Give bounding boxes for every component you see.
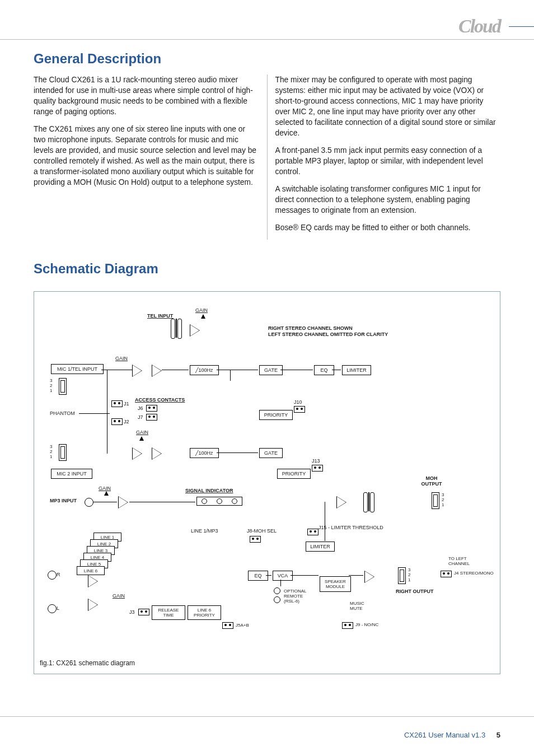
- amp-icon: [190, 324, 200, 337]
- blk-eq-out: EQ: [248, 571, 268, 581]
- jack-r: [48, 571, 57, 580]
- blk-speaker-module: SPEAKER MODULE: [320, 576, 351, 592]
- amp-icon: [152, 365, 162, 377]
- arrow-icon: [104, 491, 109, 496]
- jack-l: [48, 604, 57, 613]
- amp-icon: [132, 447, 142, 460]
- mic2-port-icon: [59, 444, 67, 461]
- lbl-mic1: MIC 1/TEL INPUT: [51, 364, 104, 374]
- amp-icon: [336, 496, 346, 508]
- figure-caption: fig.1: CX261 schematic diagram: [40, 659, 494, 667]
- footer-page: 5: [496, 731, 500, 739]
- brand-logo: Cloud: [458, 16, 500, 37]
- jumper-j10: [294, 406, 305, 413]
- knob-icon: [274, 596, 280, 603]
- gd-p4: A front-panel 3.5 mm jack input permits …: [275, 145, 501, 177]
- jumper-j7: [146, 414, 157, 421]
- rout-pins: 3 2 1: [408, 567, 410, 582]
- blk-priority-1: PRIORITY: [259, 410, 293, 420]
- blk-eq-1: EQ: [314, 365, 334, 375]
- lbl-mic2: MIC 2 INPUT: [51, 469, 92, 479]
- moh-port: [432, 492, 439, 509]
- lbl-j6: J6: [138, 405, 143, 411]
- lbl-right-out: RIGHT OUTPUT: [396, 589, 434, 594]
- lbl-j3: J3: [129, 609, 135, 615]
- blk-limiter-1: LIMITER: [342, 365, 371, 375]
- jumper-j13: [312, 465, 323, 472]
- lbl-signal-indicator: SIGNAL INDICATOR: [185, 488, 233, 493]
- blk-priority-2: PRIORITY: [277, 469, 311, 479]
- note-left-omitted: LEFT STEREO CHANNEL OMITTED FOR CLARITY: [268, 332, 388, 337]
- lbl-access: ACCESS CONTACTS: [135, 397, 185, 403]
- lbl-gain-mp3: GAIN: [99, 486, 111, 491]
- lbl-mp3: MP3 INPUT: [50, 498, 77, 503]
- lbl-moh: MOH OUTPUT: [415, 475, 448, 487]
- blk-gate-2: GATE: [259, 448, 283, 458]
- knob-icon: [274, 587, 280, 594]
- mic2-pins: 3 2 1: [50, 444, 52, 459]
- lbl-r: R: [57, 572, 60, 577]
- amp-icon: [88, 575, 98, 587]
- lbl-phantom: PHANTOM: [50, 410, 75, 416]
- schematic-figure: RIGHT STEREO CHANNEL SHOWN LEFT STEREO C…: [34, 291, 500, 674]
- amp-icon: [88, 599, 98, 611]
- body-columns: The Cloud CX261 is a 1U rack-mounting st…: [34, 74, 500, 240]
- jack-icon: [85, 498, 93, 507]
- blk-hpf-2: ╱100Hz: [190, 448, 219, 458]
- moh-pins: 3 2 1: [442, 492, 444, 507]
- lbl-gain-mic2: GAIN: [136, 430, 148, 435]
- lbl-j4: J4 STEREO/MONO: [454, 571, 494, 576]
- gd-p5: A switchable isolating transformer confi…: [275, 184, 501, 216]
- gd-p6: Bose® EQ cards may be fitted to either o…: [275, 222, 501, 233]
- lbl-j10: J10: [294, 399, 302, 405]
- heading-general-description: General Description: [34, 51, 500, 67]
- lbl-gain-line: GAIN: [113, 593, 125, 599]
- jumper-j3: [138, 609, 149, 615]
- lbl-line1mp3: LINE 1/MP3: [191, 528, 218, 534]
- blk-gate-1: GATE: [259, 365, 283, 375]
- lbl-gain-mic1: GAIN: [115, 356, 128, 361]
- jumper-j1: [111, 400, 123, 407]
- transformer-icon: [361, 492, 377, 511]
- amp-icon: [132, 365, 142, 377]
- amp-icon: [364, 571, 374, 583]
- jumper-j4: [441, 571, 452, 577]
- page-footer: CX261 User Manual v1.3 5: [404, 731, 500, 739]
- gd-p3: The mixer may be configured to operate w…: [275, 74, 501, 138]
- lbl-j9: J9 - NO/NC: [355, 622, 378, 627]
- lbl-j2: J2: [124, 419, 129, 424]
- blk-vca: VCA: [273, 571, 293, 581]
- arrow-icon: [201, 314, 205, 319]
- jumper-j6: [146, 405, 157, 412]
- gd-p2: The CX261 mixes any one of six stereo li…: [34, 124, 259, 188]
- mic1-port-icon: [59, 378, 67, 395]
- lbl-remote: OPTIONAL REMOTE (RSL-6): [284, 589, 315, 604]
- amp-icon: [118, 496, 128, 508]
- jumper-j15: [307, 529, 318, 535]
- gd-p1: The Cloud CX261 is a 1U rack-mounting st…: [34, 74, 259, 117]
- blk-limiter-2: LIMITER: [306, 542, 335, 552]
- lbl-l: L: [57, 605, 59, 611]
- lbl-limthr: J15 - LIMITER THRESHOLD: [318, 525, 383, 530]
- blk-hpf-1: ╱100Hz: [190, 365, 219, 375]
- lbl-j1: J1: [124, 401, 129, 407]
- transformer-icon: [168, 319, 184, 338]
- blk-release: RELEASE TIME: [152, 605, 185, 620]
- lbl-j5: J5A+B: [236, 623, 249, 628]
- mic1-pins: 3 2 1: [50, 378, 52, 393]
- amp-icon: [152, 447, 162, 460]
- lbl-j13: J13: [312, 458, 320, 464]
- blk-line6pri: LINE 6 PRIORITY: [188, 605, 221, 620]
- lbl-j8: J8-MOH SEL: [247, 528, 277, 534]
- blk-line6: LINE 6: [77, 566, 105, 575]
- jumper-j5: [222, 622, 233, 629]
- heading-schematic: Schematic Diagram: [34, 261, 500, 277]
- lbl-gain-tel: GAIN: [195, 307, 208, 313]
- lbl-tel-input: TEL INPUT: [147, 313, 173, 319]
- jumper-j9: [342, 622, 353, 629]
- right-out-port: [398, 567, 406, 584]
- lbl-j7: J7: [138, 414, 143, 420]
- lbl-to-left: TO LEFT CHANNEL: [448, 556, 482, 566]
- jumper-j8: [250, 536, 261, 543]
- signal-indicator-icon: [196, 497, 242, 506]
